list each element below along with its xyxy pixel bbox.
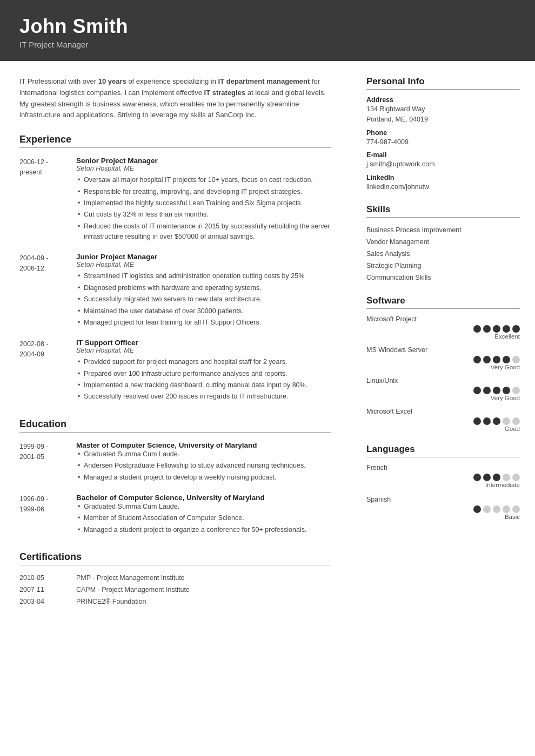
education-content-1: Master of Computer Science, University o… [76, 441, 331, 484]
dot-icon [473, 387, 481, 394]
dot-icon [503, 387, 510, 394]
personal-info-phone-value: 774-987-4009 [366, 137, 520, 147]
software-item-2: Linux/Unix Very Good [366, 377, 520, 401]
resume-header: John Smith IT Project Manager [0, 0, 535, 61]
bullet-item: Streamlined IT logistics and administrat… [76, 271, 331, 281]
bullet-item: Successfully migrated two servers to new… [76, 294, 331, 305]
software-section: Software Microsoft Project Excellent MS … [366, 295, 520, 432]
certifications-section-title: Certifications [19, 551, 331, 565]
software-section-title: Software [366, 295, 520, 309]
personal-info-section: Personal Info Address 134 Rightward WayP… [366, 76, 520, 192]
experience-company-3: Seton Hospital, ME [76, 347, 331, 354]
bullet-item: Implemented the highly successful Lean T… [76, 198, 331, 208]
experience-bullets-3: Provided support for project managers an… [76, 357, 331, 402]
languages-section-title: Languages [366, 444, 520, 457]
education-date-2: 1996-09 - 1999-06 [19, 494, 76, 536]
experience-section: Experience 2006-12 - present Senior Proj… [19, 134, 331, 403]
experience-entry-3: 2002-08 - 2004-09 IT Support Officer Set… [19, 339, 331, 403]
education-section: Education 1999-09 - 2001-05 Master of Co… [19, 418, 331, 536]
dot-icon [493, 325, 500, 333]
cert-text-3: PRINCE2® Foundation [76, 598, 146, 605]
personal-info-linkedin-value: linkedin.com/johnutw [366, 182, 520, 192]
software-item-3: Microsoft Excel Good [366, 408, 520, 432]
dot-icon [503, 474, 510, 481]
dot-icon [493, 417, 500, 425]
cert-date-3: 2003-04 [19, 598, 76, 605]
bullet-item: Oversaw all major hospital IT projects f… [76, 175, 331, 185]
personal-info-address-value: 134 Rightward WayPortland, ME, 04019 [366, 104, 520, 125]
software-name-1: MS Windows Server [366, 346, 520, 354]
education-title-2: Bachelor of Computer Science, University… [76, 494, 331, 502]
candidate-name: John Smith [19, 15, 516, 38]
education-title-1: Master of Computer Science, University o… [76, 441, 331, 449]
dot-icon [503, 356, 510, 363]
cert-row-1: 2010-05 PMP - Project Management Institu… [19, 574, 331, 582]
left-column: IT Professional with over 10 years of ex… [0, 61, 351, 640]
dot-icon [512, 474, 520, 481]
skill-item-4: Communication Skills [366, 272, 520, 284]
dot-icon [512, 325, 520, 333]
language-name-1: Spanish [366, 496, 520, 503]
bullet-item: Managed a student project to develop a w… [76, 473, 331, 483]
experience-content-2: Junior Project Manager Seton Hospital, M… [76, 253, 331, 329]
bullet-item: Diagnosed problems with hardware and ope… [76, 283, 331, 293]
experience-content-3: IT Support Officer Seton Hospital, ME Pr… [76, 339, 331, 403]
dot-icon [493, 356, 500, 363]
language-name-0: French [366, 464, 520, 471]
experience-company-1: Seton Hospital, ME [76, 165, 331, 172]
bullet-item: Andersen Postgraduate Fellowship to stud… [76, 461, 331, 471]
software-name-2: Linux/Unix [366, 377, 520, 384]
candidate-title: IT Project Manager [19, 40, 516, 49]
bullet-item: Reduced the costs of IT maintenance in 2… [76, 221, 331, 242]
bullet-item: Successfully resolved over 200 issues in… [76, 392, 331, 402]
software-dots-0 [366, 325, 520, 333]
cert-text-1: PMP - Project Management Institute [76, 574, 185, 582]
right-column: Personal Info Address 134 Rightward WayP… [351, 61, 535, 640]
education-date-1: 1999-09 - 2001-05 [19, 441, 76, 484]
dot-icon [512, 387, 520, 394]
experience-entry-2: 2004-09 - 2006-12 Junior Project Manager… [19, 253, 331, 329]
software-label-1: Very Good [366, 364, 520, 370]
personal-info-linkedin-label: LinkedIn [366, 174, 520, 181]
education-bullets-1: Graduated Summa Cum Laude. Andersen Post… [76, 449, 331, 483]
skill-item-1: Vendor Management [366, 236, 520, 248]
dot-icon [512, 417, 520, 425]
bullet-item: Managed a student project to organize a … [76, 525, 331, 535]
experience-date-3: 2002-08 - 2004-09 [19, 339, 76, 403]
personal-info-address-label: Address [366, 96, 520, 104]
dot-icon [473, 505, 481, 513]
skills-section: Skills Business Process Improvement Vend… [366, 204, 520, 284]
cert-row-2: 2007-11 CAPM - Project Management Instit… [19, 586, 331, 593]
experience-title-3: IT Support Officer [76, 339, 331, 347]
bullet-item: Prepared over 100 infrastructure perform… [76, 369, 331, 379]
dot-icon [483, 356, 491, 363]
experience-date-1: 2006-12 - present [19, 157, 76, 243]
cert-text-2: CAPM - Project Management Institute [76, 586, 190, 593]
education-section-title: Education [19, 418, 331, 433]
main-layout: IT Professional with over 10 years of ex… [0, 61, 535, 640]
software-dots-2 [366, 387, 520, 394]
experience-bullets-2: Streamlined IT logistics and administrat… [76, 271, 331, 328]
experience-title-2: Junior Project Manager [76, 253, 331, 261]
skills-section-title: Skills [366, 204, 520, 218]
software-dots-3 [366, 417, 520, 425]
software-item-1: MS Windows Server Very Good [366, 346, 520, 370]
bullet-item: Provided support for project managers an… [76, 357, 331, 367]
language-label-0: Intermediate [366, 482, 520, 488]
experience-company-2: Seton Hospital, ME [76, 261, 331, 268]
language-label-1: Basic [366, 514, 520, 520]
education-entry-2: 1996-09 - 1999-06 Bachelor of Computer S… [19, 494, 331, 536]
bullet-item: Responsible for creating, improving, and… [76, 187, 331, 197]
bullet-item: Maintained the user database of over 300… [76, 306, 331, 316]
dot-icon [473, 474, 481, 481]
bullet-item: Graduated Summa Cum Laude. [76, 449, 331, 460]
experience-section-title: Experience [19, 134, 331, 148]
experience-date-2: 2004-09 - 2006-12 [19, 253, 76, 329]
dot-icon [503, 417, 510, 425]
software-name-0: Microsoft Project [366, 315, 520, 323]
bullet-item: Member of Student Association of Compute… [76, 513, 331, 523]
dot-icon [493, 505, 500, 513]
education-entry-1: 1999-09 - 2001-05 Master of Computer Sci… [19, 441, 331, 484]
dot-icon [503, 325, 510, 333]
cert-date-2: 2007-11 [19, 586, 76, 593]
